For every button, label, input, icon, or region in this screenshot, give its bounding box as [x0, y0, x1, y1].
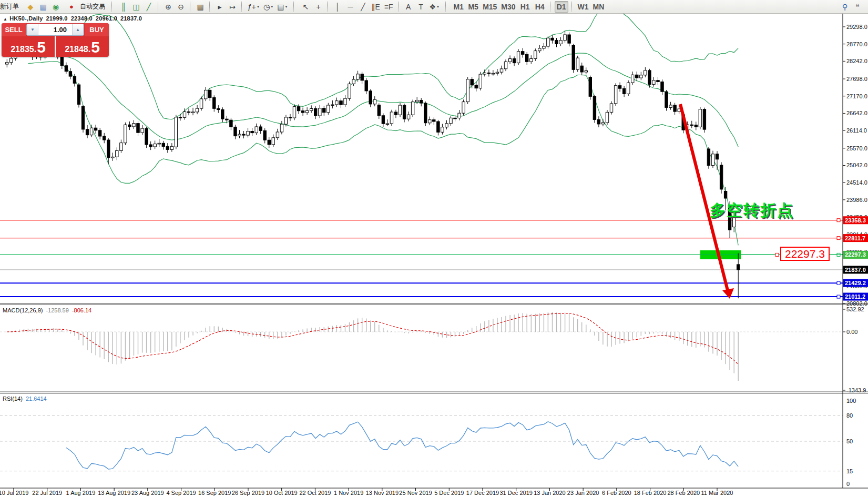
timeframe-d1[interactable]: D1 — [555, 1, 568, 13]
autotrading-button[interactable]: 自动交易 — [78, 1, 107, 13]
zoom-in-icon[interactable]: ⊕ — [162, 1, 174, 13]
level-handle[interactable] — [837, 237, 840, 240]
toolbar-separator — [241, 2, 244, 12]
open-value: 21999.0 — [46, 15, 67, 22]
text-label-icon[interactable]: T — [415, 1, 427, 13]
svg-text:21011.2: 21011.2 — [845, 293, 865, 300]
text-icon[interactable]: A — [403, 1, 414, 13]
price-axis-label: 26114.0 — [846, 127, 867, 134]
date-axis-label: 10 Oct 2019 — [266, 490, 298, 496]
level-handle[interactable] — [837, 219, 840, 222]
signals-icon[interactable]: ◉ — [50, 1, 62, 13]
line-chart-icon[interactable]: ╱ — [143, 1, 155, 13]
timeframe-m15[interactable]: M15 — [481, 1, 498, 13]
toolbar-separator — [398, 2, 401, 12]
price-axis-label: 27170.0 — [846, 93, 867, 99]
bar-chart-icon[interactable]: ║ — [118, 1, 129, 13]
level-handle[interactable] — [837, 295, 840, 298]
vertical-line-icon[interactable]: │ — [332, 1, 343, 13]
search-icon[interactable]: ⚲ — [839, 1, 851, 13]
buy-button[interactable]: BUY — [85, 23, 109, 36]
date-axis-label: 1 Nov 2019 — [334, 490, 363, 496]
dropdown-caret-icon[interactable]: ▾ — [285, 4, 287, 9]
macd-signal-value: -806.14 — [72, 307, 91, 313]
new-order-button[interactable]: 新订单 — [0, 1, 21, 13]
crosshair-icon[interactable]: + — [312, 1, 324, 13]
cursor-icon[interactable]: ↖ — [300, 1, 311, 13]
volume-increase-button[interactable]: ▲ — [72, 24, 84, 35]
dropdown-caret-icon[interactable]: ▾ — [257, 4, 259, 9]
level-handle[interactable] — [837, 281, 840, 285]
strategy-tester-icon[interactable]: ▦ — [37, 1, 49, 13]
fibonacci-icon[interactable]: ≡F — [383, 1, 395, 13]
price-callout-label[interactable]: 22297.3 — [780, 247, 830, 261]
trendline-icon[interactable]: ╱ — [357, 1, 369, 13]
zoom-out-icon[interactable]: ⊖ — [175, 1, 187, 13]
turning-point-annotation: 多空转折点 — [710, 200, 794, 221]
date-axis-label: 28 Feb 2020 — [667, 490, 700, 496]
date-axis-label: 13 Aug 2019 — [98, 490, 130, 496]
candlestick-chart-icon[interactable]: ◫ — [130, 1, 142, 13]
macd-name: MACD(12,26,9) — [3, 307, 43, 313]
svg-text:23358.3: 23358.3 — [845, 217, 866, 224]
date-axis-label: 6 Feb 2020 — [602, 490, 631, 496]
price-tag-21011.2: 21011.2 — [843, 293, 868, 301]
date-axis-label: 10 Jul 2019 — [0, 490, 28, 496]
one-click-trading-panel: SELL ▼ 1.00 ▲ BUY 21835. 5 21848. 5 — [2, 23, 109, 57]
timeframe-h4[interactable]: H4 — [533, 1, 547, 13]
svg-text:22297.3: 22297.3 — [845, 251, 866, 258]
callout-handle[interactable] — [775, 253, 779, 256]
price-chart[interactable]: 29298.028770.028242.027698.027170.026642… — [0, 0, 868, 497]
price-axis-label: 24514.0 — [846, 179, 867, 186]
chat-icon[interactable]: ❝ — [852, 1, 863, 13]
toolbar-separator — [327, 2, 330, 12]
periods-icon[interactable]: ◷▾ — [262, 1, 274, 13]
sell-price-pips: 5 — [37, 40, 46, 55]
date-axis-label: 5 Dec 2019 — [434, 490, 464, 496]
templates-icon[interactable]: ▤▾ — [275, 1, 289, 13]
arrows-icon[interactable]: ❖▾ — [428, 1, 441, 13]
sell-button[interactable]: SELL — [2, 23, 26, 36]
timeframe-m30[interactable]: M30 — [499, 1, 517, 13]
timeframe-m5[interactable]: M5 — [466, 1, 480, 13]
price-tag-22297.3: 22297.3 — [843, 251, 868, 259]
timeframe-w1[interactable]: W1 — [576, 1, 590, 13]
high-value: 22348.0 — [71, 15, 93, 22]
toolbar-separator — [550, 2, 553, 12]
volume-input[interactable]: 1.00 — [38, 24, 72, 35]
metaeditor-icon[interactable]: ◆ — [25, 1, 36, 13]
timeframe-m1[interactable]: M1 — [452, 1, 465, 13]
svg-text:21429.2: 21429.2 — [845, 280, 866, 286]
macd-value: -1258.59 — [46, 307, 68, 313]
price-axis-label: 25042.0 — [846, 162, 867, 168]
buy-price[interactable]: 21848. 5 — [56, 36, 109, 57]
price-axis-label: 28242.0 — [846, 58, 867, 64]
chart-shift-icon[interactable]: ↦ — [227, 1, 238, 13]
low-value: 20961.0 — [96, 15, 117, 22]
date-axis-label: 25 Nov 2019 — [399, 490, 432, 496]
horizontal-line-icon[interactable]: ─ — [344, 1, 356, 13]
collapse-arrow-icon[interactable]: ▲ — [3, 17, 7, 22]
channel-icon[interactable]: ∥E — [370, 1, 381, 13]
rsi-axis-label: 0 — [846, 481, 850, 487]
date-axis-label: 16 Sep 2019 — [198, 490, 231, 496]
toolbar-separator — [293, 2, 296, 12]
dropdown-caret-icon[interactable]: ▾ — [437, 4, 439, 9]
timeframe-mn[interactable]: MN — [591, 1, 606, 13]
tile-windows-icon[interactable]: ▦ — [195, 1, 206, 13]
macd-axis-label: -1343.9 — [846, 387, 866, 393]
sell-price-main: 21835. — [11, 44, 36, 55]
auto-scroll-icon[interactable]: ▸ — [214, 1, 226, 13]
chart-title: ▲HK50-,Daily21999.022348.020961.021837.0 — [3, 15, 145, 22]
main-toolbar: 新订单 ◆▦◉ ● 自动交易 ║◫╱⊕⊖▦▸↦ƒ+▾◷▾▤▾ ↖+│─╱∥E≡F… — [0, 0, 868, 14]
price-axis-label: 27698.0 — [846, 76, 867, 82]
indicators-icon[interactable]: ƒ+▾ — [246, 1, 261, 13]
sell-price[interactable]: 21835. 5 — [2, 36, 56, 57]
dropdown-caret-icon[interactable]: ▾ — [271, 4, 273, 9]
rsi-axis-label: 100 — [846, 398, 856, 404]
macd-axis-label: 532.92 — [846, 306, 864, 312]
svg-text:21837.0: 21837.0 — [845, 267, 866, 273]
timeframe-h1[interactable]: H1 — [518, 1, 532, 13]
date-axis[interactable]: 10 Jul 201922 Jul 20191 Aug 201913 Aug 2… — [0, 488, 733, 496]
volume-decrease-button[interactable]: ▼ — [27, 24, 38, 35]
